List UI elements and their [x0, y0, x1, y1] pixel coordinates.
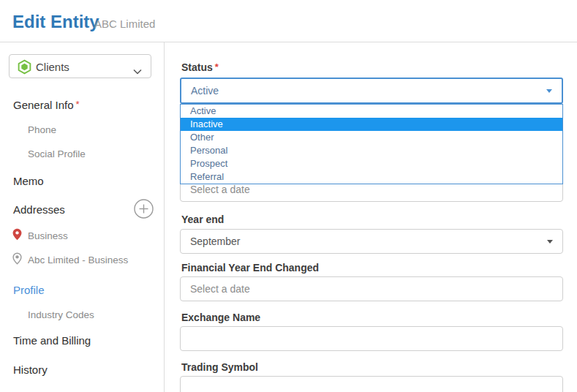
map-pin-red-icon — [12, 228, 22, 244]
status-option-active[interactable]: Active — [181, 105, 562, 118]
sidebar-item-label: Memo — [13, 175, 44, 187]
year-end-select-value: September — [190, 235, 240, 247]
sidebar-item-label: Business — [28, 230, 68, 241]
financial-year-end-changed-input[interactable] — [180, 276, 563, 301]
edit-entity-page: Edit Entity ABC Limited Clients General … — [0, 0, 577, 392]
sidebar-item-label: Time and Billing — [13, 334, 91, 347]
trading-symbol-label: Trading Symbol — [181, 361, 258, 373]
sidebar-item-label: Addresses — [13, 203, 65, 216]
sidebar-item-label: Profile — [13, 284, 45, 296]
plus-icon — [134, 199, 154, 219]
sidebar-item-label: Abc Limited - Business — [28, 255, 128, 265]
page-header: Edit Entity ABC Limited — [0, 0, 577, 42]
year-end-label: Year end — [181, 214, 224, 225]
sidebar-item-label: Industry Codes — [28, 309, 94, 320]
sidebar-item-profile[interactable]: Profile — [13, 284, 45, 296]
sidebar-item-memo[interactable]: Memo — [13, 175, 44, 187]
sidebar-item-abc-limited-business[interactable]: Abc Limited - Business — [28, 255, 128, 265]
trading-symbol-input[interactable] — [180, 376, 563, 392]
sidebar-item-label: Social Profile — [28, 148, 86, 159]
required-asterisk: * — [76, 99, 80, 110]
sidebar-item-label: Phone — [28, 124, 56, 135]
sidebar-item-time-and-billing[interactable]: Time and Billing — [13, 334, 91, 347]
exchange-name-label: Exchange Name — [181, 312, 260, 323]
status-option-personal[interactable]: Personal — [181, 144, 562, 157]
sidebar: Clients General Info* Phone Social Profi… — [0, 42, 164, 392]
sidebar-item-general-info[interactable]: General Info* — [13, 99, 80, 111]
required-asterisk: * — [215, 61, 219, 72]
year-end-select[interactable]: September — [180, 229, 563, 254]
page-title: Edit Entity — [12, 12, 99, 32]
map-pin-gray-icon — [12, 252, 22, 268]
sidebar-divider — [164, 42, 165, 392]
sidebar-item-phone[interactable]: Phone — [28, 124, 56, 135]
chevron-down-icon — [133, 64, 142, 78]
financial-year-end-changed-label: Financial Year End Changed — [181, 262, 319, 274]
select-arrow-icon — [546, 89, 552, 93]
sidebar-item-social-profile[interactable]: Social Profile — [28, 148, 86, 159]
sidebar-item-label: General Info — [13, 99, 74, 111]
sidebar-item-addresses[interactable]: Addresses — [13, 203, 65, 216]
entity-name-subtitle: ABC Limited — [94, 18, 155, 30]
hexagon-icon — [17, 59, 32, 78]
status-select-value: Active — [191, 85, 219, 97]
status-dropdown-list: Active Inactive Other Personal Prospect … — [180, 104, 563, 184]
sidebar-item-history[interactable]: History — [13, 363, 48, 376]
sidebar-item-industry-codes[interactable]: Industry Codes — [28, 309, 94, 320]
entity-form: Status* Active Active Inactive Other Per… — [180, 42, 563, 392]
sidebar-item-business-address[interactable]: Business — [28, 230, 68, 241]
exchange-name-input[interactable] — [180, 326, 563, 351]
status-option-inactive[interactable]: Inactive — [181, 118, 562, 131]
status-option-referral[interactable]: Referral — [181, 170, 562, 184]
status-option-prospect[interactable]: Prospect — [181, 157, 562, 170]
entity-type-label: Clients — [36, 61, 69, 73]
status-select[interactable]: Active — [180, 78, 563, 104]
status-label: Status* — [181, 61, 219, 73]
select-arrow-icon — [547, 240, 553, 244]
add-address-button[interactable] — [134, 199, 154, 219]
status-option-other[interactable]: Other — [181, 131, 562, 144]
sidebar-item-label: History — [13, 363, 48, 376]
entity-type-selector[interactable]: Clients — [9, 54, 151, 78]
